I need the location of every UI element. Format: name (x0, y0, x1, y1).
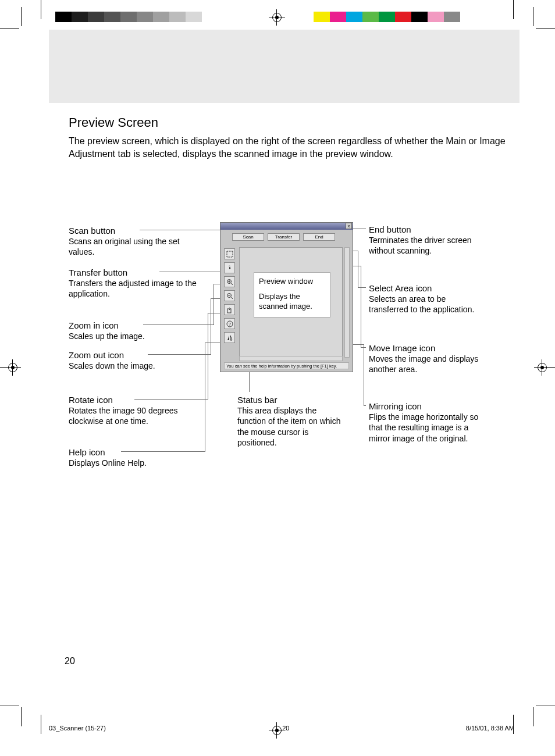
preview-window-screenshot: x Scan Transfer End ? Preview window Dis… (220, 222, 353, 372)
scrollbar-horizontal[interactable] (239, 356, 343, 361)
callout-status-bar: Status bar This area displays the functi… (237, 394, 342, 448)
callout-zoom-out: Zoom out icon Scales down the image. (69, 350, 197, 371)
help-icon[interactable]: ? (224, 318, 235, 329)
chapter-header-block (49, 30, 520, 103)
close-icon[interactable]: x (346, 223, 352, 229)
annotated-diagram: Scan button Scans an original using the … (69, 222, 510, 472)
rotate-icon[interactable] (224, 304, 235, 315)
svg-line-2 (231, 283, 233, 285)
svg-line-6 (231, 297, 233, 299)
section-title: Preview Screen (69, 115, 510, 130)
status-bar: You can see the help information by push… (224, 362, 349, 369)
page-number: 20 (65, 656, 75, 666)
transfer-button[interactable]: Transfer (268, 233, 300, 241)
scrollbar-vertical[interactable] (344, 247, 350, 358)
scan-button[interactable]: Scan (232, 233, 264, 241)
svg-rect-0 (227, 251, 233, 257)
grayscale-calibration-bar (55, 12, 218, 22)
select-area-icon[interactable] (224, 248, 235, 259)
callout-move-image: Move Image icon Moves the image and disp… (369, 343, 479, 375)
print-footer: 03_Scanner (15-27) 20 8/15/01, 8:38 AM (49, 725, 514, 732)
preview-window-note: Preview window Displays the scanned imag… (254, 272, 330, 318)
intro-paragraph: The preview screen, which is displayed o… (69, 135, 510, 161)
callout-end: End button Terminates the driver screen … (369, 224, 474, 256)
color-calibration-bar (314, 12, 460, 22)
zoom-out-icon[interactable] (224, 290, 235, 301)
zoom-in-icon[interactable] (224, 276, 235, 287)
move-image-icon[interactable] (224, 262, 235, 273)
svg-text:?: ? (229, 322, 231, 326)
end-button[interactable]: End (303, 233, 335, 241)
preview-area: Preview window Displays the scanned imag… (239, 247, 343, 358)
callout-mirroring: Mirroring icon Flips the image horizonta… (369, 401, 485, 444)
callout-zoom-in: Zoom in icon Scales up the image. (69, 320, 197, 341)
callout-select-area: Select Area icon Selects an area to be t… (369, 283, 479, 315)
callout-help: Help icon Displays Online Help. (69, 447, 197, 468)
mirroring-icon[interactable] (224, 332, 235, 343)
svg-rect-8 (227, 309, 231, 313)
